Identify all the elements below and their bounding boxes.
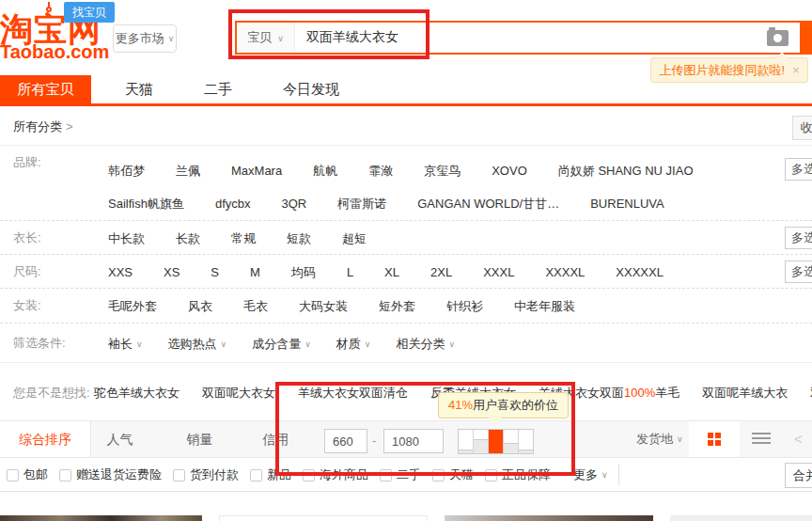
- service-option[interactable]: 货到付款: [173, 466, 239, 483]
- tab-3[interactable]: 今日发现: [266, 75, 356, 103]
- filter-option[interactable]: XXXL: [483, 260, 514, 286]
- filter-option[interactable]: 中老年服装: [514, 293, 575, 320]
- multi-select-button[interactable]: 多选: [785, 260, 812, 283]
- filter-option[interactable]: 常规: [231, 226, 256, 252]
- service-option[interactable]: 包邮: [7, 466, 48, 483]
- ship-from-dropdown[interactable]: 发货地: [636, 421, 683, 457]
- camera-search-icon[interactable]: [767, 30, 789, 46]
- filter-option[interactable]: 短外套: [379, 293, 415, 320]
- more-filters-dropdown[interactable]: 更多: [573, 458, 608, 492]
- suggestion-link[interactable]: 驼色羊绒大衣女: [94, 376, 180, 410]
- product-card-image[interactable]: [445, 515, 653, 521]
- filter-option[interactable]: MaxMara: [231, 158, 282, 184]
- filter-option[interactable]: 毛衣: [243, 293, 268, 320]
- filter-option[interactable]: 2XL: [430, 260, 452, 286]
- service-option[interactable]: 海外商品: [303, 466, 368, 483]
- filter-option[interactable]: 超短: [342, 226, 367, 252]
- filter-option[interactable]: 韩佰梦: [108, 158, 145, 184]
- filter-dropdown[interactable]: 袖长: [108, 331, 143, 357]
- checkbox[interactable]: [303, 469, 315, 482]
- filter-option[interactable]: 中长款: [108, 226, 145, 252]
- service-option[interactable]: 新品: [250, 466, 291, 483]
- filter-option[interactable]: XS: [164, 260, 180, 286]
- filter-option[interactable]: 长款: [176, 226, 200, 252]
- checkbox[interactable]: [485, 469, 497, 482]
- price-max-input[interactable]: [383, 429, 444, 453]
- filter-option[interactable]: 毛呢外套: [108, 293, 157, 320]
- filter-option[interactable]: M: [250, 260, 260, 286]
- suggestion-link[interactable]: 双面呢大衣女: [202, 376, 275, 410]
- taobao-logo-domain[interactable]: Taobao.com: [0, 41, 109, 63]
- filter-option[interactable]: 尚奴娇 SHANG NU JIAO: [558, 158, 694, 184]
- checkbox[interactable]: [250, 469, 262, 482]
- filter-dropdown[interactable]: 选购热点: [168, 331, 227, 357]
- filter-option[interactable]: 大码女装: [299, 293, 348, 320]
- multi-select-button[interactable]: 多选: [785, 158, 812, 181]
- histogram-segment[interactable]: [504, 430, 519, 453]
- filter-option[interactable]: XXXXL: [545, 260, 585, 286]
- filter-option[interactable]: 短款: [287, 226, 311, 252]
- checkbox[interactable]: [380, 469, 392, 482]
- checkbox[interactable]: [173, 469, 185, 482]
- price-histogram-slider[interactable]: [458, 429, 534, 454]
- tab-1[interactable]: 天猫: [108, 75, 170, 103]
- checkbox[interactable]: [7, 469, 19, 482]
- sort-option[interactable]: 销量: [174, 421, 226, 457]
- filter-option[interactable]: 风衣: [188, 293, 212, 320]
- filter-option[interactable]: XXXXXL: [616, 260, 664, 286]
- histogram-segment[interactable]: [474, 430, 489, 453]
- price-min-input[interactable]: [324, 429, 367, 453]
- chevron-left-icon[interactable]: <: [794, 421, 803, 457]
- service-option[interactable]: 正品保障: [485, 466, 551, 483]
- multi-select-button[interactable]: 多选: [785, 227, 812, 249]
- histogram-segment[interactable]: [519, 430, 533, 453]
- filter-option[interactable]: 霏潋: [368, 158, 393, 184]
- filter-option[interactable]: 兰佩: [176, 158, 200, 184]
- list-view-icon[interactable]: [752, 433, 771, 446]
- checkbox[interactable]: [59, 469, 71, 482]
- service-option[interactable]: 天猫: [432, 466, 474, 483]
- filter-option[interactable]: BURENLUVA: [590, 191, 664, 217]
- filter-option[interactable]: GANGAN WORLD/甘甘…: [417, 191, 559, 217]
- product-card-image[interactable]: [219, 515, 428, 521]
- filter-option[interactable]: 航帆: [313, 158, 337, 184]
- checkbox[interactable]: [432, 469, 445, 482]
- filter-option[interactable]: 针织衫: [446, 293, 483, 320]
- suggestion-link[interactable]: 羊绒大衣女双面清仓: [298, 376, 408, 410]
- filter-option[interactable]: S: [211, 260, 219, 286]
- product-card-image[interactable]: [670, 515, 812, 521]
- sort-option[interactable]: 信用: [250, 421, 302, 457]
- filter-option[interactable]: XXS: [108, 260, 133, 286]
- close-icon[interactable]: ×: [792, 63, 800, 77]
- search-button[interactable]: [802, 21, 812, 55]
- more-markets-button[interactable]: 更多市场: [113, 24, 177, 53]
- service-option[interactable]: 赠送退货运费险: [59, 466, 162, 483]
- tab-2[interactable]: 二手: [187, 75, 249, 103]
- search-input[interactable]: 双面羊绒大衣女: [295, 29, 800, 46]
- suggestion-link[interactable]: 双面呢羊绒大衣: [702, 376, 788, 410]
- filter-dropdown[interactable]: 成分含量: [252, 331, 311, 357]
- filter-option[interactable]: XL: [384, 260, 399, 286]
- service-option[interactable]: 二手: [380, 466, 421, 483]
- filter-option[interactable]: dfycbx: [215, 191, 251, 217]
- sort-option[interactable]: 人气: [94, 421, 146, 457]
- merge-similar-button[interactable]: 合并: [785, 463, 812, 488]
- product-card-image[interactable]: [0, 515, 202, 521]
- find-item-badge[interactable]: 找宝贝: [64, 2, 115, 23]
- filter-option[interactable]: 均码: [291, 260, 316, 286]
- filter-option[interactable]: 京玺鸟: [424, 158, 461, 184]
- filter-option[interactable]: XOVO: [492, 158, 527, 184]
- histogram-segment[interactable]: [489, 430, 504, 453]
- grid-view-button[interactable]: [689, 421, 740, 457]
- breadcrumb[interactable]: 所有分类>: [13, 118, 73, 135]
- filter-option[interactable]: Sailfish帆旗鱼: [108, 191, 184, 217]
- histogram-segment[interactable]: [459, 430, 474, 453]
- filter-option[interactable]: L: [347, 260, 353, 286]
- filter-dropdown[interactable]: 材质: [336, 331, 371, 357]
- sort-option[interactable]: 综合排序: [0, 421, 91, 457]
- tab-0[interactable]: 所有宝贝: [0, 75, 91, 103]
- search-category-select[interactable]: 宝贝: [237, 23, 295, 53]
- filter-option[interactable]: 柯雷斯诺: [337, 191, 386, 217]
- filter-option[interactable]: 3QR: [282, 191, 307, 217]
- filter-dropdown[interactable]: 相关分类: [396, 331, 455, 357]
